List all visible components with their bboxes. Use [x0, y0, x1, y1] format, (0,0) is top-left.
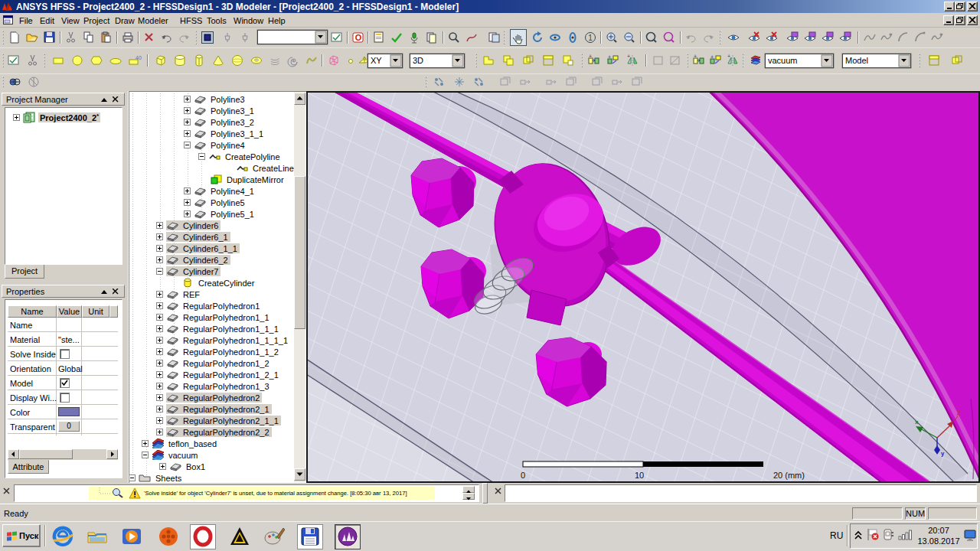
svg-text:O: O [355, 33, 362, 42]
svg-text:+: + [589, 54, 592, 59]
svg-text:XY: XY [371, 56, 382, 65]
svg-text:Model: Model [845, 56, 868, 65]
svg-text:1: 1 [588, 34, 593, 42]
svg-text:y: y [941, 450, 945, 457]
svg-text:10: 10 [635, 471, 644, 480]
svg-text:0: 0 [521, 471, 525, 480]
svg-text:+: + [710, 54, 714, 60]
svg-text:vacuum: vacuum [768, 56, 798, 65]
svg-text:+: + [608, 54, 611, 60]
svg-text:20 (mm): 20 (mm) [773, 471, 805, 480]
svg-text:+: + [694, 54, 697, 59]
svg-text:40: 40 [136, 55, 142, 60]
svg-text:x: x [915, 419, 919, 425]
svg-text:3D: 3D [413, 56, 423, 65]
svg-text:+: + [627, 54, 630, 59]
svg-text:+: + [727, 54, 730, 59]
